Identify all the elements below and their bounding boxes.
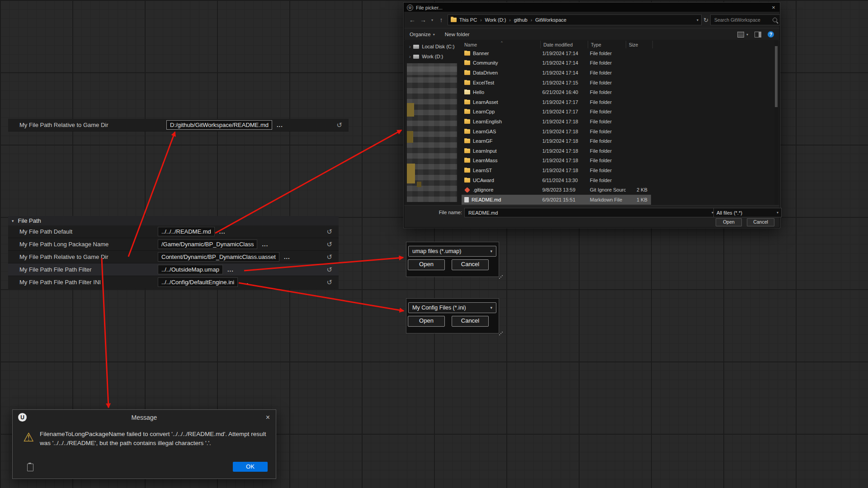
- property-row[interactable]: My File Path File Path Filter ../../Outs…: [8, 263, 339, 276]
- file-path-section-header[interactable]: ▾ File Path: [8, 216, 339, 226]
- property-value-field[interactable]: /Game/Dynamic/BP_DynamicClass: [158, 239, 257, 249]
- open-button[interactable]: Open: [408, 316, 445, 327]
- file-name-combo[interactable]: ▾: [464, 208, 717, 217]
- file-row[interactable]: LearnGF 1/19/2024 17:18 File folder: [462, 136, 651, 146]
- column-header-size[interactable]: Size: [626, 41, 653, 48]
- resize-grip[interactable]: [498, 274, 503, 279]
- scrollbar-thumb[interactable]: [775, 46, 778, 107]
- sidebar-item-drive[interactable]: › Local Disk (C:): [405, 42, 461, 52]
- chevron-right-icon[interactable]: ›: [409, 54, 410, 59]
- property-value-field[interactable]: D:/github/GitWorkspace/README.md: [166, 120, 272, 130]
- search-input[interactable]: [713, 17, 773, 23]
- view-options-button[interactable]: ▾: [737, 32, 748, 38]
- breadcrumb-item[interactable]: This PC: [459, 17, 477, 23]
- file-row[interactable]: LearnST 1/19/2024 17:18 File folder: [462, 165, 651, 175]
- file-row[interactable]: UCAward 6/11/2024 13:30 File folder: [462, 175, 651, 185]
- refresh-icon[interactable]: ↻: [703, 17, 708, 23]
- help-icon[interactable]: ?: [768, 31, 774, 38]
- chevron-down-icon: ▾: [746, 33, 748, 37]
- browse-button[interactable]: ...: [242, 279, 249, 286]
- property-value-field[interactable]: ../../OutsideMap.umap: [158, 265, 223, 274]
- file-type-combo[interactable]: All files (*.*) ▾: [713, 208, 782, 217]
- back-icon[interactable]: ←: [408, 16, 417, 23]
- file-row[interactable]: Community 1/19/2024 17:14 File folder: [462, 58, 651, 68]
- reset-to-default-icon[interactable]: ↺: [336, 121, 342, 129]
- file-name-input[interactable]: [467, 210, 712, 216]
- property-row[interactable]: My File Path Long Package Name /Game/Dyn…: [8, 238, 339, 251]
- file-date-modified: 1/19/2024 17:18: [539, 148, 587, 154]
- sidebar-item-drive[interactable]: › Work (D:): [405, 52, 461, 61]
- property-row[interactable]: My File Path Default ../../../README.md …: [8, 225, 339, 238]
- file-row[interactable]: Banner 1/19/2024 17:14 File folder: [462, 48, 651, 58]
- file-row[interactable]: README.md 6/9/2021 15:51 Markdown File 1…: [462, 195, 651, 205]
- titlebar[interactable]: U Message ×: [13, 410, 276, 425]
- cancel-button[interactable]: Cancel: [452, 316, 489, 327]
- file-row[interactable]: LearnAsset 1/19/2024 17:17 File folder: [462, 97, 651, 107]
- column-header-name[interactable]: Name ^: [462, 41, 541, 48]
- cancel-button[interactable]: Cancel: [747, 218, 774, 226]
- file-name: UCAward: [473, 178, 494, 183]
- browse-button[interactable]: ...: [219, 228, 226, 235]
- titlebar[interactable]: U File picker... ×: [404, 3, 779, 12]
- browse-button[interactable]: ...: [284, 253, 290, 260]
- reset-to-default-icon[interactable]: ↺: [326, 266, 332, 274]
- property-row[interactable]: My File Path Relative to Game Dir Conten…: [8, 251, 339, 263]
- column-header-type[interactable]: Type: [588, 41, 626, 48]
- up-icon[interactable]: ↑: [437, 16, 446, 23]
- dialog-title: Message: [13, 414, 276, 421]
- forward-icon[interactable]: →: [419, 16, 428, 23]
- file-row[interactable]: LearnGAS 1/19/2024 17:18 File folder: [462, 127, 651, 136]
- file-row[interactable]: LearnMass 1/19/2024 17:18 File folder: [462, 156, 651, 166]
- search-box[interactable]: [710, 14, 780, 25]
- file-type-filter-select[interactable]: My Config Files (*.ini) ▾: [408, 302, 496, 313]
- close-icon[interactable]: ×: [266, 413, 270, 422]
- breadcrumb-item[interactable]: github: [514, 17, 528, 23]
- warning-icon: ⚠: [23, 432, 34, 444]
- property-value-field[interactable]: ../../../README.md: [158, 227, 215, 236]
- file-row[interactable]: Hello 6/21/2024 16:40 File folder: [462, 87, 651, 97]
- browse-button[interactable]: ...: [262, 241, 268, 248]
- chevron-down-icon[interactable]: ▾: [12, 219, 14, 223]
- property-row-relative-to-game-dir[interactable]: My File Path Relative to Game Dir D:/git…: [8, 119, 349, 131]
- copy-to-clipboard-icon[interactable]: [27, 464, 33, 471]
- property-value-field[interactable]: ../../Config/DefaultEngine.ini: [158, 277, 238, 287]
- reset-to-default-icon[interactable]: ↺: [326, 228, 332, 236]
- cancel-button[interactable]: Cancel: [452, 259, 489, 270]
- reset-to-default-icon[interactable]: ↺: [326, 240, 332, 249]
- scrollbar[interactable]: [774, 41, 778, 205]
- ok-button[interactable]: OK: [233, 462, 268, 472]
- breadcrumb-item[interactable]: Work (D:): [485, 17, 506, 23]
- history-dropdown-icon[interactable]: ▾: [429, 18, 435, 22]
- reset-to-default-icon[interactable]: ↺: [326, 253, 332, 261]
- file-row[interactable]: LearnCpp 1/19/2024 17:17 File folder: [462, 107, 651, 117]
- file-date-modified: 1/19/2024 17:14: [539, 51, 587, 56]
- command-bar: Organize ▾ New folder ▾ ?: [404, 28, 779, 41]
- file-type: File folder: [587, 60, 626, 66]
- file-row[interactable]: .gitignore 9/8/2023 13:59 Git Ignore Sou…: [462, 185, 651, 195]
- address-bar[interactable]: This PC› Work (D:)› github› GitWorkspace…: [448, 14, 702, 25]
- property-row[interactable]: My File Path File Path Filter INI ../../…: [8, 276, 339, 289]
- file-row[interactable]: LearnEnglish 1/19/2024 17:18 File folder: [462, 117, 651, 127]
- chevron-right-icon: ›: [531, 18, 532, 23]
- address-dropdown-icon[interactable]: ▾: [697, 18, 698, 22]
- close-icon[interactable]: ×: [768, 4, 779, 11]
- file-row[interactable]: ExcelTest 1/19/2024 17:15 File folder: [462, 78, 651, 88]
- file-row[interactable]: DataDriven 1/19/2024 17:14 File folder: [462, 68, 651, 78]
- open-button[interactable]: Open: [408, 259, 445, 270]
- open-button[interactable]: Open: [716, 218, 742, 226]
- reset-to-default-icon[interactable]: ↺: [326, 278, 332, 286]
- breadcrumb-item[interactable]: GitWorkspace: [535, 17, 566, 23]
- organize-button[interactable]: Organize ▾: [410, 32, 435, 37]
- resize-grip[interactable]: [498, 331, 503, 335]
- property-value-field[interactable]: Content/Dynamic/BP_DynamicClass.uasset: [158, 252, 279, 262]
- file-row[interactable]: LearnInput 1/19/2024 17:18 File folder: [462, 146, 651, 156]
- file-list: Banner 1/19/2024 17:14 File folder Commu…: [462, 48, 651, 205]
- file-type-icon: [464, 139, 470, 143]
- browse-button[interactable]: ...: [277, 122, 283, 128]
- chevron-right-icon[interactable]: ›: [409, 44, 410, 49]
- file-type-filter-select[interactable]: umap files (*.umap) ▾: [408, 246, 496, 257]
- column-header-date[interactable]: Date modified: [541, 41, 588, 48]
- preview-pane-icon[interactable]: [755, 32, 761, 38]
- new-folder-button[interactable]: New folder: [445, 32, 470, 37]
- browse-button[interactable]: ...: [227, 266, 234, 273]
